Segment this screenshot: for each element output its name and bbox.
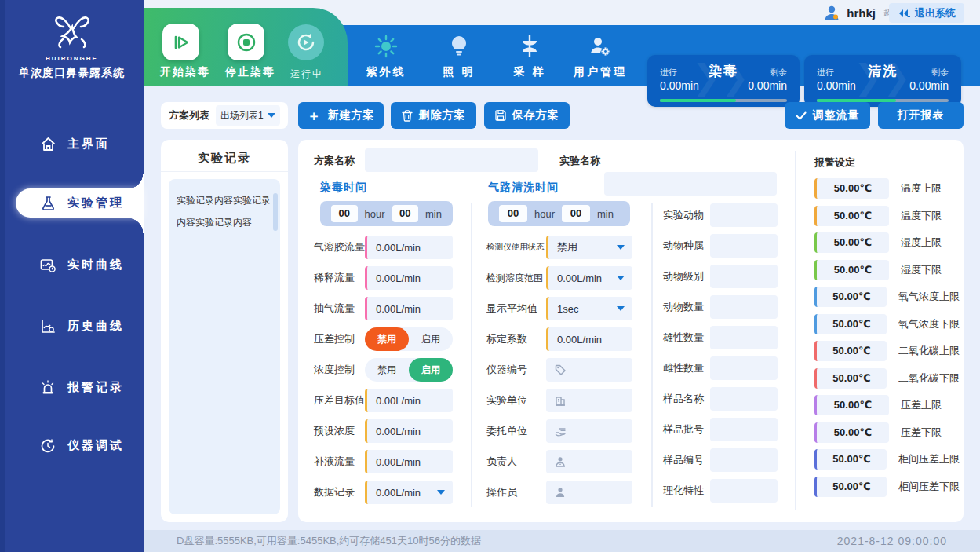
adjust-flow-button[interactable]: 调整流量 bbox=[785, 102, 870, 129]
delete-scheme-button[interactable]: 删除方案 bbox=[391, 102, 476, 129]
concentration-control-toggle[interactable]: 禁用 启用 bbox=[365, 358, 453, 382]
sample-batch-input[interactable] bbox=[710, 418, 778, 441]
form-column-1: 气溶胶流量 0.00L/min 稀释流量 0.00L/min 抽气流量 0.00… bbox=[314, 236, 455, 511]
hour-field[interactable]: 00 bbox=[499, 205, 527, 222]
user-manage-button[interactable]: 用户管理 bbox=[565, 33, 636, 79]
person-in-charge-input[interactable] bbox=[546, 450, 632, 473]
save-scheme-button[interactable]: 保存方案 bbox=[484, 102, 570, 129]
form-row: 标定系数 0.00L/min bbox=[486, 327, 636, 351]
alarm-row: 50.00℃二氧化碳上限 bbox=[814, 341, 960, 361]
sidebar-item-realtime-curve[interactable]: 实时曲线 bbox=[0, 250, 144, 280]
cabinet-pressure-lower-input[interactable]: 50.00℃ bbox=[814, 477, 887, 497]
dilution-flow-input[interactable]: 0.00L/min bbox=[365, 266, 453, 290]
scheme-name-label: 方案名称 bbox=[314, 154, 355, 168]
logout-button[interactable]: 退出系统 bbox=[889, 3, 964, 23]
minute-field[interactable]: 00 bbox=[562, 205, 590, 222]
form-row: 操作员 bbox=[486, 481, 636, 504]
animal-count-input[interactable] bbox=[710, 295, 778, 319]
divider bbox=[651, 203, 653, 507]
card-title: 染毒 bbox=[709, 62, 738, 80]
debug-clock-icon bbox=[39, 438, 56, 454]
female-count-input[interactable] bbox=[710, 356, 778, 380]
experiment-name-input[interactable] bbox=[604, 172, 777, 196]
calibration-coef-input[interactable]: 0.00L/min bbox=[546, 327, 632, 351]
light-switch[interactable]: 照 明 bbox=[424, 33, 494, 79]
sidebar-item-alarm-records[interactable]: 报警记录 bbox=[0, 373, 144, 402]
user-name: hrhkj bbox=[847, 6, 876, 20]
running-button[interactable] bbox=[288, 24, 324, 60]
start-poison-button[interactable] bbox=[162, 24, 199, 60]
preset-concentration-input[interactable]: 0.00L/min bbox=[365, 419, 453, 443]
alarm-settings-title: 报警设定 bbox=[814, 155, 855, 170]
hour-field[interactable]: 00 bbox=[331, 205, 358, 222]
entrust-unit-input[interactable] bbox=[546, 419, 632, 443]
instrument-number-input[interactable] bbox=[546, 358, 632, 382]
sidebar-item-main[interactable]: 主界面 bbox=[0, 130, 144, 159]
male-count-input[interactable] bbox=[710, 326, 778, 349]
animal-species-input[interactable] bbox=[710, 234, 778, 258]
temp-lower-input[interactable]: 50.00℃ bbox=[814, 206, 889, 226]
pressure-lower-input[interactable]: 50.00℃ bbox=[814, 422, 889, 443]
oxygen-upper-input[interactable]: 50.00℃ bbox=[814, 287, 887, 307]
cabinet-pressure-upper-input[interactable]: 50.00℃ bbox=[814, 449, 887, 470]
form-row: 动物数量 bbox=[663, 295, 789, 319]
temp-upper-input[interactable]: 50.00℃ bbox=[814, 178, 889, 199]
operator-input[interactable] bbox=[546, 481, 632, 504]
detector-status-select[interactable]: 禁用 bbox=[546, 236, 632, 259]
start-poison-label: 开始染毒 bbox=[160, 65, 210, 79]
alarm-settings-list: 50.00℃温度上限 50.00℃温度下限 50.00℃湿度上限 50.00℃湿… bbox=[814, 178, 960, 503]
oxygen-lower-input[interactable]: 50.00℃ bbox=[814, 314, 887, 334]
detect-range-select[interactable]: 0.00L/min bbox=[546, 266, 632, 290]
animal-grade-input[interactable] bbox=[710, 265, 778, 288]
display-average-select[interactable]: 1sec bbox=[546, 297, 632, 320]
alarm-row: 50.00℃温度下限 bbox=[814, 206, 960, 226]
form-row: 压差目标值 0.00L/min bbox=[314, 389, 455, 412]
toggle-disable[interactable]: 禁用 bbox=[365, 327, 409, 351]
data-record-select[interactable]: 0.00L/min bbox=[365, 481, 453, 504]
experiment-unit-input[interactable] bbox=[546, 389, 632, 412]
exhaust-flow-input[interactable]: 0.00L/min bbox=[365, 297, 453, 320]
uv-switch[interactable]: 紫外线 bbox=[351, 33, 421, 79]
home-icon bbox=[39, 137, 56, 152]
alarm-row: 50.00℃柜间压差上限 bbox=[814, 449, 960, 470]
sample-switch[interactable]: 采 样 bbox=[494, 33, 565, 79]
replenish-flow-input[interactable]: 0.00L/min bbox=[365, 450, 453, 473]
alarm-row: 50.00℃氧气浓度上限 bbox=[814, 287, 960, 307]
humidity-lower-input[interactable]: 50.00℃ bbox=[814, 260, 889, 280]
scrollbar-thumb[interactable] bbox=[273, 193, 278, 231]
pressure-control-toggle[interactable]: 禁用 启用 bbox=[365, 327, 453, 351]
scheme-list-card: 方案列表 出场列表1 bbox=[161, 102, 288, 129]
disk-capacity-text: D盘容量:5555KB,可用容量:5455KB,约可存储451天10时56分的数… bbox=[177, 534, 481, 548]
co2-lower-input[interactable]: 50.00℃ bbox=[814, 368, 887, 389]
form-row: 委托单位 bbox=[486, 419, 636, 443]
co2-upper-input[interactable]: 50.00℃ bbox=[814, 341, 887, 361]
stop-poison-button[interactable] bbox=[228, 24, 264, 60]
form-row: 雌性数量 bbox=[663, 356, 789, 380]
sidebar-item-history-curve[interactable]: 历史曲线 bbox=[0, 312, 144, 341]
physchem-property-input[interactable] bbox=[710, 479, 778, 503]
form-row: 浓度控制 禁用 启用 bbox=[314, 358, 455, 382]
sample-number-input[interactable] bbox=[710, 448, 778, 472]
sample-name-input[interactable] bbox=[710, 387, 778, 411]
chevron-down-icon bbox=[617, 245, 625, 250]
pressure-upper-input[interactable]: 50.00℃ bbox=[814, 395, 889, 415]
form-row: 仪器编号 bbox=[486, 358, 636, 382]
minute-field[interactable]: 00 bbox=[392, 205, 419, 222]
animal-input[interactable] bbox=[710, 203, 778, 227]
scheme-select[interactable]: 出场列表1 bbox=[216, 105, 280, 126]
records-list[interactable]: 实验记录内容实验记录内容实验记录内容 bbox=[169, 179, 280, 514]
toggle-enable[interactable]: 启用 bbox=[409, 327, 453, 351]
running-icon bbox=[296, 32, 316, 53]
progress-fill bbox=[660, 99, 736, 102]
aerosol-flow-input[interactable]: 0.00L/min bbox=[365, 236, 453, 259]
open-report-button[interactable]: 打开报表 bbox=[878, 102, 964, 129]
pressure-target-input[interactable]: 0.00L/min bbox=[365, 389, 453, 412]
toggle-disable[interactable]: 禁用 bbox=[365, 358, 409, 382]
sidebar-item-experiment[interactable]: 实验管理 bbox=[0, 188, 144, 218]
toggle-enable[interactable]: 启用 bbox=[409, 358, 453, 382]
humidity-upper-input[interactable]: 50.00℃ bbox=[814, 232, 889, 253]
sidebar-item-instrument-debug[interactable]: 仪器调试 bbox=[0, 431, 144, 460]
new-scheme-button[interactable]: ＋ 新建方案 bbox=[298, 102, 384, 129]
scheme-name-input[interactable] bbox=[365, 148, 538, 172]
chevron-down-icon bbox=[268, 113, 275, 118]
